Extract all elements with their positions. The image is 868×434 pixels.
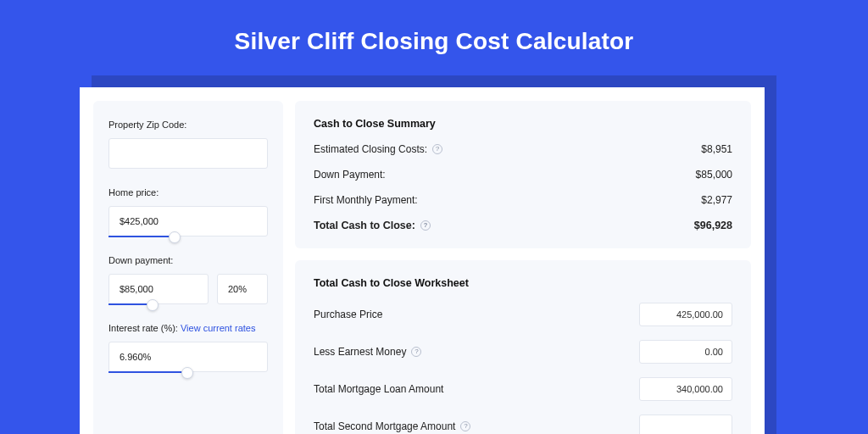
summary-fmp-label: First Monthly Payment: bbox=[314, 194, 418, 206]
ws-pp-label: Purchase Price bbox=[314, 309, 382, 320]
ws-lem-input[interactable] bbox=[639, 340, 732, 364]
ws-tsma-input[interactable] bbox=[639, 415, 732, 434]
summary-row-downpayment: Down Payment: $85,000 bbox=[314, 169, 732, 181]
summary-dp-label: Down Payment: bbox=[314, 169, 386, 181]
summary-title: Cash to Close Summary bbox=[314, 118, 732, 130]
downpayment-input[interactable] bbox=[108, 274, 209, 304]
inputs-panel: Property Zip Code: Home price: Down paym… bbox=[93, 101, 283, 434]
rate-slider-wrap bbox=[108, 342, 268, 372]
rate-field: Interest rate (%): View current rates bbox=[108, 323, 268, 372]
summary-fmp-value: $2,977 bbox=[701, 194, 732, 206]
summary-row-closing-costs: Estimated Closing Costs: ? $8,951 bbox=[314, 143, 732, 155]
worksheet-row-mortgage-loan: Total Mortgage Loan Amount bbox=[314, 377, 732, 401]
worksheet-row-purchase-price: Purchase Price bbox=[314, 303, 732, 326]
ws-tmla-input[interactable] bbox=[639, 377, 732, 401]
rate-label-text: Interest rate (%): bbox=[108, 323, 181, 333]
price-slider-wrap bbox=[108, 206, 268, 236]
help-icon[interactable]: ? bbox=[432, 144, 442, 154]
rate-slider-thumb[interactable] bbox=[181, 367, 193, 379]
rate-slider-track[interactable] bbox=[108, 371, 188, 373]
summary-ecc-label-wrap: Estimated Closing Costs: ? bbox=[314, 143, 442, 155]
worksheet-row-earnest-money: Less Earnest Money ? bbox=[314, 340, 732, 364]
calculator-card: Property Zip Code: Home price: Down paym… bbox=[80, 87, 765, 434]
help-icon[interactable]: ? bbox=[460, 421, 470, 431]
summary-total-value: $96,928 bbox=[694, 220, 732, 231]
worksheet-row-second-mortgage: Total Second Mortgage Amount ? bbox=[314, 415, 732, 434]
summary-row-first-payment: First Monthly Payment: $2,977 bbox=[314, 194, 732, 206]
price-label: Home price: bbox=[108, 187, 268, 198]
rate-label: Interest rate (%): View current rates bbox=[108, 323, 268, 333]
dp-row bbox=[108, 274, 268, 304]
ws-lem-label-wrap: Less Earnest Money ? bbox=[314, 346, 421, 358]
zip-label: Property Zip Code: bbox=[108, 120, 268, 130]
price-slider-track[interactable] bbox=[108, 236, 175, 237]
summary-ecc-value: $8,951 bbox=[701, 143, 732, 155]
summary-total-label-wrap: Total Cash to Close: ? bbox=[314, 220, 431, 231]
ws-tmla-label: Total Mortgage Loan Amount bbox=[314, 383, 443, 395]
card-shadow: Property Zip Code: Home price: Down paym… bbox=[92, 75, 776, 434]
worksheet-title: Total Cash to Close Worksheet bbox=[314, 277, 732, 289]
ws-tsma-label-wrap: Total Second Mortgage Amount ? bbox=[314, 420, 470, 432]
summary-ecc-label: Estimated Closing Costs: bbox=[314, 143, 427, 155]
ws-tsma-label: Total Second Mortgage Amount bbox=[314, 420, 455, 432]
dp-slider-thumb[interactable] bbox=[147, 299, 159, 311]
dp-slider-wrap bbox=[108, 274, 268, 304]
results-column: Cash to Close Summary Estimated Closing … bbox=[295, 101, 751, 434]
downpayment-field: Down payment: bbox=[108, 255, 268, 304]
summary-dp-value: $85,000 bbox=[696, 169, 732, 181]
worksheet-panel: Total Cash to Close Worksheet Purchase P… bbox=[295, 260, 751, 434]
summary-total-label: Total Cash to Close: bbox=[314, 220, 415, 231]
price-slider-thumb[interactable] bbox=[169, 231, 181, 243]
downpayment-label: Down payment: bbox=[108, 255, 268, 265]
ws-pp-input[interactable] bbox=[639, 303, 732, 326]
stage: Property Zip Code: Home price: Down paym… bbox=[0, 75, 868, 434]
view-rates-link[interactable]: View current rates bbox=[181, 323, 255, 333]
help-icon[interactable]: ? bbox=[411, 347, 421, 357]
summary-panel: Cash to Close Summary Estimated Closing … bbox=[295, 101, 751, 248]
price-input[interactable] bbox=[108, 206, 268, 236]
zip-field: Property Zip Code: bbox=[108, 120, 268, 169]
downpayment-pct-input[interactable] bbox=[217, 274, 268, 304]
zip-input[interactable] bbox=[108, 138, 268, 169]
help-icon[interactable]: ? bbox=[420, 220, 431, 231]
price-field: Home price: bbox=[108, 187, 268, 236]
ws-lem-label: Less Earnest Money bbox=[314, 346, 406, 358]
summary-row-total: Total Cash to Close: ? $96,928 bbox=[314, 220, 732, 231]
page-title: Silver Cliff Closing Cost Calculator bbox=[0, 0, 868, 75]
